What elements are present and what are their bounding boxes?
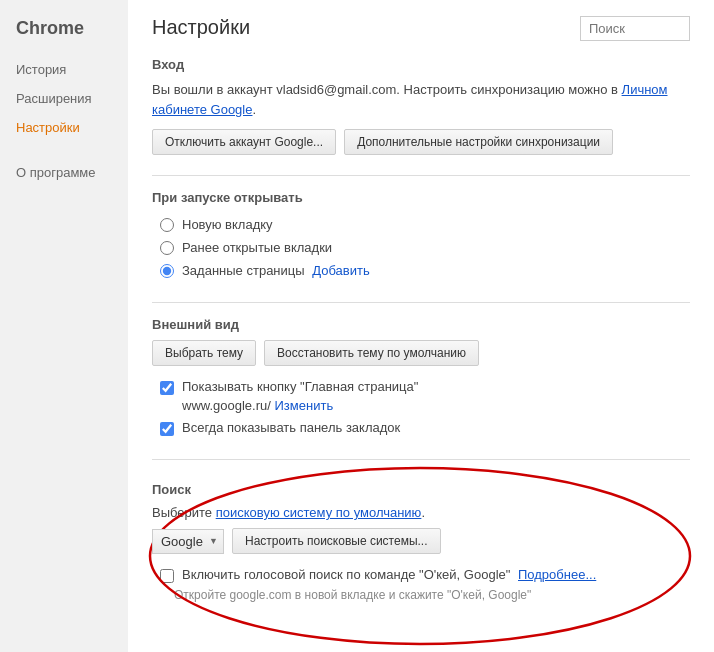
signin-btn-row: Отключить аккаунт Google... Дополнительн… <box>152 129 690 155</box>
home-url: www.google.ru/ <box>182 398 271 413</box>
checkbox-item-bookmarks: Всегда показывать панель закладок <box>152 417 690 439</box>
startup-title: При запуске открывать <box>152 190 690 205</box>
app-logo: Chrome <box>0 10 128 55</box>
radio-new-tab-label: Новую вкладку <box>182 217 273 232</box>
add-pages-link[interactable]: Добавить <box>312 263 369 278</box>
change-home-link[interactable]: Изменить <box>275 398 334 413</box>
choose-theme-button[interactable]: Выбрать тему <box>152 340 256 366</box>
search-section-container: Поиск Выберите поисковую систему по умол… <box>152 474 690 606</box>
sidebar-item-history[interactable]: История <box>0 55 128 84</box>
divider-1 <box>152 175 690 176</box>
appearance-title: Внешний вид <box>152 317 690 332</box>
radio-prev-tabs[interactable] <box>160 241 174 255</box>
voice-search-hint: Откройте google.com в новой вкладке и ск… <box>152 588 690 602</box>
radio-pages[interactable] <box>160 264 174 278</box>
radio-item-pages: Заданные страницы Добавить <box>152 259 690 282</box>
main-content: Настройки Вход Вы вошли в аккаунт vladsi… <box>128 0 714 652</box>
show-bookmarks-label: Всегда показывать панель закладок <box>182 420 400 435</box>
reset-theme-button[interactable]: Восстановить тему по умолчанию <box>264 340 479 366</box>
home-url-row: www.google.ru/ Изменить <box>152 398 690 413</box>
default-search-engine-link[interactable]: поисковую систему по умолчанию <box>216 505 422 520</box>
voice-search-more-link[interactable]: Подробнее... <box>518 567 596 582</box>
search-engine-row: Google Настроить поисковые системы... <box>152 528 690 554</box>
advanced-sync-button[interactable]: Дополнительные настройки синхронизации <box>344 129 613 155</box>
signin-text-before: Вы вошли в аккаунт vladsid6@gmail.com. Н… <box>152 82 622 97</box>
checkbox-item-home: Показывать кнопку "Главная страница" <box>152 376 690 398</box>
radio-prev-tabs-label: Ранее открытые вкладки <box>182 240 332 255</box>
radio-item-prev-tabs: Ранее открытые вкладки <box>152 236 690 259</box>
appearance-btn-row: Выбрать тему Восстановить тему по умолча… <box>152 340 690 366</box>
sidebar-item-about[interactable]: О программе <box>0 158 128 187</box>
sidebar-item-extensions[interactable]: Расширения <box>0 84 128 113</box>
sidebar-item-settings[interactable]: Настройки <box>0 113 128 142</box>
signin-text: Вы вошли в аккаунт vladsid6@gmail.com. Н… <box>152 80 690 119</box>
radio-new-tab[interactable] <box>160 218 174 232</box>
radio-item-new-tab: Новую вкладку <box>152 213 690 236</box>
show-home-checkbox[interactable] <box>160 381 174 395</box>
configure-search-button[interactable]: Настроить поисковые системы... <box>232 528 441 554</box>
page-title: Настройки <box>152 16 250 39</box>
search-desc-before: Выберите <box>152 505 216 520</box>
search-desc-after: . <box>421 505 425 520</box>
voice-search-label: Включить голосовой поиск по команде "О'к… <box>182 567 596 582</box>
signin-section: Вход Вы вошли в аккаунт vladsid6@gmail.c… <box>152 57 690 155</box>
startup-radio-group: Новую вкладку Ранее открытые вкладки Зад… <box>152 213 690 282</box>
show-home-label: Показывать кнопку "Главная страница" <box>182 379 418 394</box>
signin-title: Вход <box>152 57 690 72</box>
disconnect-google-button[interactable]: Отключить аккаунт Google... <box>152 129 336 155</box>
show-bookmarks-checkbox[interactable] <box>160 422 174 436</box>
search-engine-select[interactable]: Google <box>152 529 224 554</box>
divider-2 <box>152 302 690 303</box>
signin-text-after: . <box>252 102 256 117</box>
search-engine-select-wrapper: Google <box>152 529 224 554</box>
sidebar: Chrome История Расширения Настройки О пр… <box>0 0 128 652</box>
startup-section: При запуске открывать Новую вкладку Ране… <box>152 190 690 282</box>
search-section: Поиск Выберите поисковую систему по умол… <box>152 474 690 606</box>
appearance-section: Внешний вид Выбрать тему Восстановить те… <box>152 317 690 439</box>
search-section-title: Поиск <box>152 482 690 497</box>
voice-search-checkbox[interactable] <box>160 569 174 583</box>
search-input[interactable] <box>580 16 690 41</box>
divider-3 <box>152 459 690 460</box>
voice-search-checkbox-item: Включить голосовой поиск по команде "О'к… <box>152 564 690 586</box>
main-header: Настройки <box>152 16 690 41</box>
radio-pages-label: Заданные страницы Добавить <box>182 263 370 278</box>
search-description: Выберите поисковую систему по умолчанию. <box>152 505 690 520</box>
